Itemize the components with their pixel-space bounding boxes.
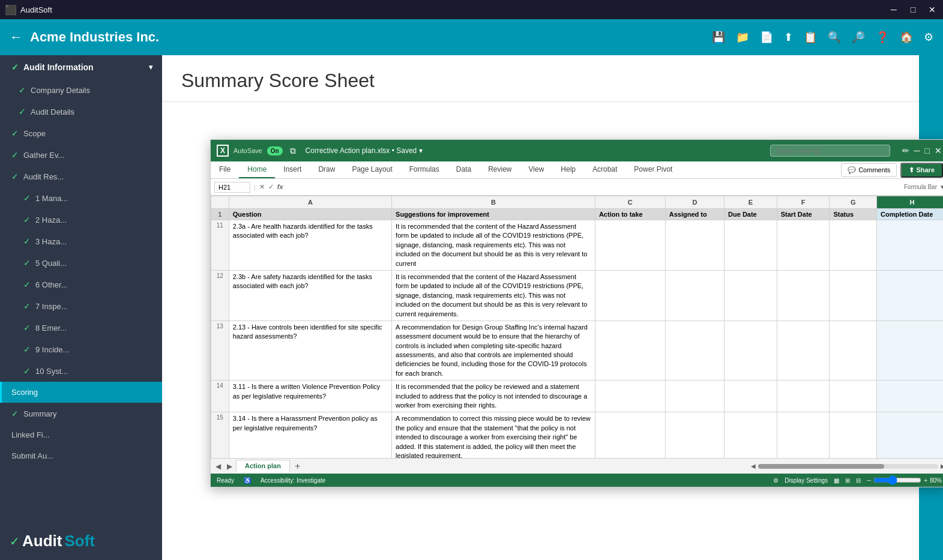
col-header-f[interactable]: F [777, 196, 830, 209]
page-break-view-icon[interactable]: ⊟ [856, 477, 861, 484]
tab-view[interactable]: View [520, 161, 553, 178]
col-header-g[interactable]: G [830, 196, 877, 209]
sidebar-item-10-syst[interactable]: ✓ 10 Syst... [0, 360, 162, 382]
confirm-icon[interactable]: ✓ [268, 183, 274, 191]
sheet-tab-action-plan[interactable]: Action plan [236, 460, 290, 472]
cell-question[interactable]: 3.14 - Is there a Harassment Prevention … [229, 412, 391, 458]
cell-status[interactable] [830, 220, 877, 271]
cell-question[interactable]: 2.13 - Have controls been identified for… [229, 321, 391, 380]
tab-data[interactable]: Data [448, 161, 480, 178]
scrollbar-thumb[interactable] [758, 464, 884, 469]
sidebar-item-submit-au[interactable]: Submit Au... [0, 445, 162, 466]
cell-status[interactable] [830, 321, 877, 380]
zoom-out-icon[interactable]: ─ [867, 477, 871, 484]
cell-action[interactable] [595, 270, 665, 321]
sheet-nav-prev[interactable]: ◀ [213, 462, 223, 471]
cell-assigned[interactable] [665, 220, 724, 271]
col-header-h[interactable]: H [876, 196, 943, 209]
formula-input[interactable] [287, 182, 900, 192]
sidebar-item-linked-fi[interactable]: Linked Fi... [0, 424, 162, 445]
cell-assigned[interactable] [665, 412, 724, 458]
edit-icon[interactable]: ✏ [902, 146, 909, 155]
sidebar-item-summary[interactable]: ✓ Summary [0, 403, 162, 424]
cell-due-date[interactable] [725, 220, 777, 271]
home-icon[interactable]: 🏠 [900, 31, 913, 44]
save-icon[interactable]: 💾 [712, 31, 725, 44]
cell-due-date[interactable] [725, 381, 777, 412]
sidebar-item-company-details[interactable]: ✓ Company Details [0, 79, 162, 101]
cell-completion[interactable] [876, 220, 943, 271]
cell-assigned[interactable] [665, 270, 724, 321]
tab-review[interactable]: Review [480, 161, 520, 178]
tab-acrobat[interactable]: Acrobat [584, 161, 625, 178]
tab-draw[interactable]: Draw [310, 161, 343, 178]
cell-reference-input[interactable] [214, 182, 250, 193]
tab-help[interactable]: Help [552, 161, 584, 178]
col-header-e[interactable]: E [725, 196, 777, 209]
sidebar-item-6-other[interactable]: ✓ 6 Other... [0, 274, 162, 295]
display-settings-label[interactable]: Display Settings [785, 477, 828, 484]
sidebar-item-7-inspe[interactable]: ✓ 7 Inspe... [0, 295, 162, 317]
cell-start-date[interactable] [777, 220, 830, 271]
help-icon[interactable]: ❓ [876, 31, 889, 44]
minimize-excel-button[interactable]: ─ [914, 146, 920, 155]
scroll-right-icon[interactable]: ▶ [941, 463, 943, 469]
col-header-b[interactable]: B [392, 196, 595, 209]
cell-assigned[interactable] [665, 381, 724, 412]
cell-question[interactable]: 2.3a - Are health hazards identified for… [229, 220, 391, 271]
pdf-icon[interactable]: 📄 [760, 31, 773, 44]
tab-formulas[interactable]: Formulas [401, 161, 448, 178]
cell-completion[interactable] [876, 412, 943, 458]
cell-question[interactable]: 3.11 - Is there a written Violence Preve… [229, 381, 391, 412]
copy-icon[interactable]: ⧉ [290, 146, 296, 156]
sheet-nav-next[interactable]: ▶ [224, 462, 235, 471]
sidebar-item-gather-ev[interactable]: ✓ Gather Ev... [0, 144, 162, 166]
display-settings-icon[interactable]: ⚙ [773, 477, 779, 484]
zoom-slider[interactable] [873, 475, 921, 485]
close-button[interactable]: ✕ [926, 5, 938, 14]
cell-action[interactable] [595, 412, 665, 458]
maximize-button[interactable]: □ [907, 5, 919, 14]
document-icon[interactable]: 📋 [804, 31, 817, 44]
cell-suggestion[interactable]: A recommendation to correct this missing… [392, 412, 595, 458]
folder-icon[interactable]: 📁 [736, 31, 749, 44]
cell-action[interactable] [595, 321, 665, 380]
cell-start-date[interactable] [777, 321, 830, 380]
cell-action[interactable] [595, 220, 665, 271]
cancel-icon[interactable]: ✕ [259, 183, 265, 191]
cell-completion[interactable] [876, 381, 943, 412]
add-sheet-button[interactable]: + [291, 461, 304, 472]
upload-icon[interactable]: ⬆ [784, 31, 793, 44]
normal-view-icon[interactable]: ▦ [834, 477, 839, 484]
autosave-toggle[interactable]: On [267, 146, 283, 155]
cell-completion[interactable] [876, 270, 943, 321]
page-layout-view-icon[interactable]: ⊞ [845, 477, 850, 484]
cell-status[interactable] [830, 381, 877, 412]
settings-icon[interactable]: ⚙ [924, 31, 933, 44]
excel-search-input[interactable] [770, 145, 890, 157]
sidebar-item-audit-information[interactable]: ✓ Audit Information ▾ [0, 55, 162, 79]
cell-due-date[interactable] [725, 321, 777, 380]
cell-suggestion[interactable]: It is recommended that the content of th… [392, 270, 595, 321]
close-excel-button[interactable]: ✕ [935, 146, 942, 155]
sidebar-item-2-haza[interactable]: ✓ 2 Haza... [0, 209, 162, 230]
tab-home[interactable]: Home [239, 161, 275, 178]
cell-start-date[interactable] [777, 270, 830, 321]
cell-status[interactable] [830, 270, 877, 321]
cell-action[interactable] [595, 381, 665, 412]
col-header-a[interactable]: A [229, 196, 391, 209]
comments-button[interactable]: 💬 Comments [841, 163, 897, 177]
tab-insert[interactable]: Insert [275, 161, 310, 178]
cell-due-date[interactable] [725, 270, 777, 321]
sidebar-item-scoring[interactable]: Scoring [0, 382, 162, 403]
cell-start-date[interactable] [777, 381, 830, 412]
sidebar-item-8-emer[interactable]: ✓ 8 Emer... [0, 317, 162, 339]
share-button[interactable]: ⬆ Share [900, 163, 943, 178]
cell-status[interactable] [830, 412, 877, 458]
cell-assigned[interactable] [665, 321, 724, 380]
sidebar-item-1-mana[interactable]: ✓ 1 Mana... [0, 187, 162, 209]
col-header-c[interactable]: C [595, 196, 665, 209]
sidebar-item-3-haza[interactable]: ✓ 3 Haza... [0, 230, 162, 252]
tab-power-pivot[interactable]: Power Pivot [625, 161, 681, 178]
cell-suggestion[interactable]: It is recommended that the content of th… [392, 220, 595, 271]
